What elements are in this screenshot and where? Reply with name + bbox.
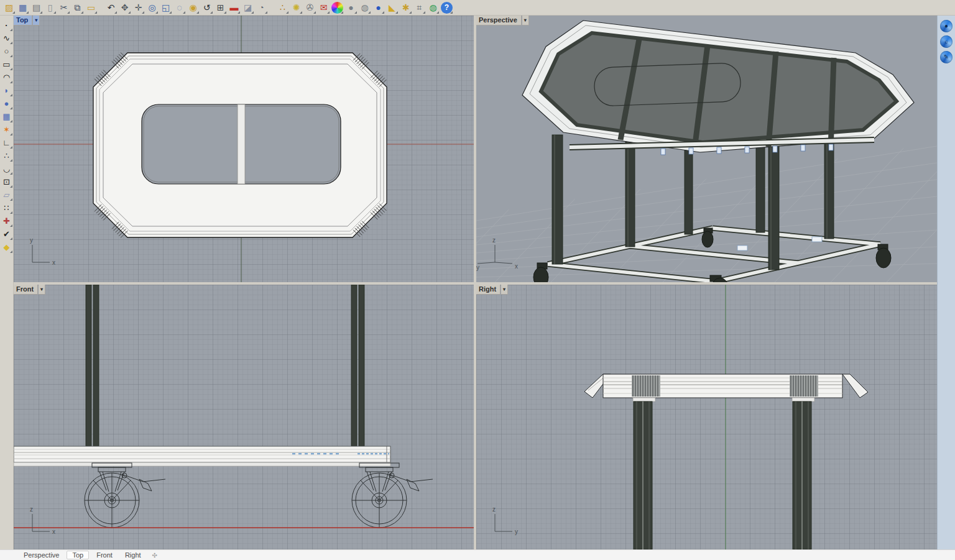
open-file-icon[interactable]: ▨ xyxy=(3,2,15,14)
zoom-icon[interactable]: ◎ xyxy=(146,2,158,14)
viewport-menu-arrow-icon[interactable]: ▾ xyxy=(522,16,529,25)
rail-joint-hatch-right xyxy=(790,375,818,397)
rotate-camera-icon[interactable]: ↺ xyxy=(201,2,213,14)
viewport-tabs: Perspective Top Front Right xyxy=(19,551,146,559)
viewport-right[interactable]: z y Right ▾ xyxy=(476,285,937,549)
named-view-car-icon[interactable]: ▬ xyxy=(228,2,240,14)
paste-icon[interactable]: ▭ xyxy=(85,2,97,14)
perspective-axis-gizmo: z y x xyxy=(476,237,518,271)
surface-tool-icon[interactable]: ◗ xyxy=(1,85,12,96)
svg-text:z: z xyxy=(30,506,33,513)
earth-icon[interactable]: ◍ xyxy=(427,2,439,14)
zoom-selected-icon[interactable]: ◉ xyxy=(187,2,199,14)
front-caster-right xyxy=(352,463,433,528)
render-sphere-icon[interactable]: ● xyxy=(345,2,357,14)
array-tool-icon[interactable]: ∷ xyxy=(1,202,12,214)
render-mail-icon[interactable]: ✉ xyxy=(318,2,330,14)
mesh-tool-icon[interactable]: ▦ xyxy=(1,111,12,122)
tab-perspective[interactable]: Perspective xyxy=(19,551,64,559)
check-tool-icon[interactable]: ✔ xyxy=(1,228,12,240)
viewport-label-right[interactable]: Right ▾ xyxy=(476,285,508,295)
lamp-icon[interactable]: ✺ xyxy=(290,2,302,14)
cart-perspective-view[interactable] xyxy=(522,21,914,282)
save-file-icon[interactable]: ▦ xyxy=(17,2,29,14)
rhino-window: ▨ ▦ ▤ ▯ ✂ ⧉ ▭ ↶ ✥ ✛ ◎ ◱ ◌ ◉ ↺ ⊞ xyxy=(0,0,955,560)
cone-tool-icon[interactable]: ◆ xyxy=(1,241,12,253)
svg-text:y: y xyxy=(30,237,33,244)
viewport-menu-arrow-icon[interactable]: ▾ xyxy=(33,16,40,25)
viewport-menu-arrow-icon[interactable]: ▾ xyxy=(39,285,45,295)
front-caster-left xyxy=(85,463,165,528)
viewport-area: y x Top ▾ xyxy=(14,16,937,549)
viewport-top[interactable]: y x Top ▾ xyxy=(14,16,474,282)
circle-tool-icon[interactable]: ○ xyxy=(1,45,12,57)
left-toolbar: · ∿ ○ ▭ ◠ ◗ ● ▦ ✶ ∟ ∴ ◡ ⊡ ▱ ∷ ✚ xyxy=(0,16,14,549)
top-axis-gizmo: y x xyxy=(30,237,55,266)
scale-tool-icon[interactable]: ⌗ xyxy=(413,2,425,14)
svg-text:y: y xyxy=(515,528,518,535)
cart-right-view[interactable] xyxy=(584,374,868,549)
rotate-view-icon[interactable]: ✛ xyxy=(132,2,144,14)
render-preview-icon[interactable]: ◍ xyxy=(359,2,371,14)
shaded-display-icon[interactable]: ◪ xyxy=(242,2,254,14)
zoom-window-icon[interactable]: ◱ xyxy=(160,2,172,14)
display-sun-icon[interactable]: ☼ xyxy=(940,35,953,48)
help-icon[interactable]: ? xyxy=(441,2,453,14)
svg-text:x: x xyxy=(515,263,518,270)
osnap-points-icon[interactable]: ∴ xyxy=(277,2,288,14)
perspective-view-canvas: z y x xyxy=(476,16,937,282)
right-view-canvas: z y xyxy=(476,285,937,549)
tab-right[interactable]: Right xyxy=(120,551,146,559)
extrude-tool-icon[interactable]: ∟ xyxy=(1,137,12,149)
pan-icon[interactable]: ✥ xyxy=(119,2,131,14)
cut-icon[interactable]: ✂ xyxy=(58,2,70,14)
ground-grid xyxy=(476,140,937,282)
rail-joint-hatch-left xyxy=(632,375,660,397)
viewport-front[interactable]: z x Front ▾ xyxy=(14,285,474,549)
curve-tool-icon[interactable]: ∿ xyxy=(1,32,12,44)
point-tool-icon[interactable]: · xyxy=(1,19,12,31)
cart-front-view[interactable] xyxy=(14,285,433,528)
set-view-icon[interactable]: ◔ xyxy=(256,2,267,14)
svg-text:y: y xyxy=(476,264,479,271)
front-posts xyxy=(86,285,364,446)
print-icon[interactable]: ▤ xyxy=(30,2,42,14)
canopy-top xyxy=(522,21,914,152)
right-posts xyxy=(634,402,811,549)
display-globe-icon[interactable]: ● xyxy=(940,20,953,32)
options-gear-icon[interactable]: ✱ xyxy=(400,2,412,14)
point-cloud-icon[interactable]: ∴ xyxy=(1,150,12,162)
blend-tool-icon[interactable]: ◡ xyxy=(1,163,12,175)
display-pen-icon[interactable]: ✎ xyxy=(940,51,953,63)
undo-icon[interactable]: ↶ xyxy=(105,2,117,14)
viewport-label-perspective[interactable]: Perspective ▾ xyxy=(476,16,529,25)
front-axis-gizmo: z x xyxy=(30,506,55,535)
zoom-dynamic-icon[interactable]: ◌ xyxy=(173,2,185,14)
block-tool-icon[interactable]: ✚ xyxy=(1,215,12,227)
viewport-perspective[interactable]: z y x Perspective ▾ xyxy=(476,16,937,282)
right-dock-panel: ● ☼ ✎ xyxy=(937,16,955,549)
render-blue-sphere-icon[interactable]: ● xyxy=(372,2,384,14)
arc-tool-icon[interactable]: ◠ xyxy=(1,71,12,83)
top-toolbar: ▨ ▦ ▤ ▯ ✂ ⧉ ▭ ↶ ✥ ✛ ◎ ◱ ◌ ◉ ↺ ⊞ xyxy=(0,0,955,16)
lock-icon[interactable]: ✇ xyxy=(304,2,316,14)
svg-text:z: z xyxy=(492,237,496,244)
tab-top[interactable]: Top xyxy=(67,551,89,559)
svg-text:x: x xyxy=(52,528,55,535)
shear-tool-icon[interactable]: ▱ xyxy=(1,189,12,201)
viewport-label-front[interactable]: Front ▾ xyxy=(14,285,45,295)
rectangle-tool-icon[interactable]: ▭ xyxy=(1,58,12,70)
viewport-menu-arrow-icon[interactable]: ▾ xyxy=(501,285,508,295)
scale-box-icon[interactable]: ⊡ xyxy=(1,176,12,188)
new-file-icon[interactable]: ▯ xyxy=(44,2,56,14)
tab-front[interactable]: Front xyxy=(91,551,118,559)
color-wheel-icon[interactable]: ● xyxy=(331,2,343,14)
copy-icon[interactable]: ⧉ xyxy=(72,2,83,14)
explode-tool-icon[interactable]: ✶ xyxy=(1,124,12,135)
cart-top-view[interactable] xyxy=(93,53,387,238)
solid-tool-icon[interactable]: ● xyxy=(1,98,12,109)
flag-tool-icon[interactable]: ◣ xyxy=(386,2,398,14)
viewport-label-top[interactable]: Top ▾ xyxy=(14,16,40,25)
viewport-layout-icon[interactable]: ⊞ xyxy=(215,2,226,14)
viewport-tabs-gear-icon[interactable]: ✣ xyxy=(152,552,157,559)
